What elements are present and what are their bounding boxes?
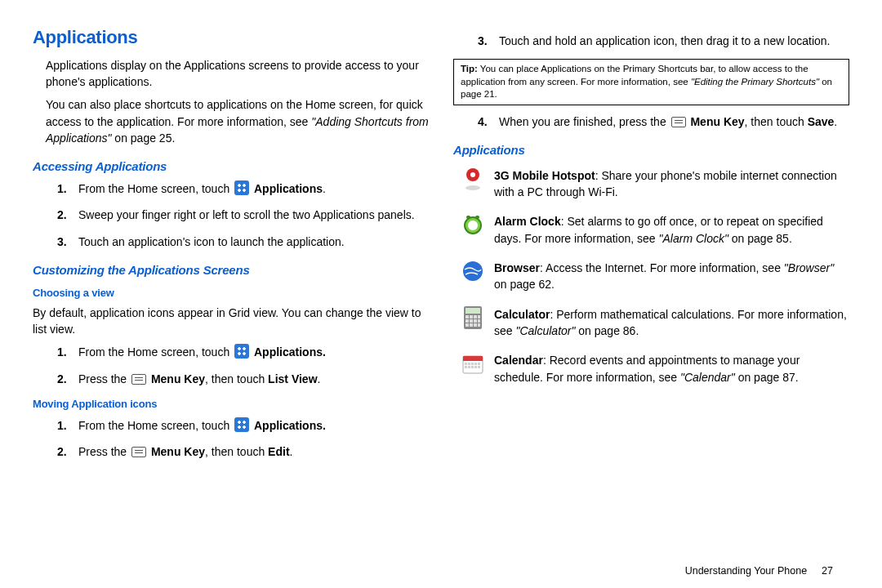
- footer-section: Understanding Your Phone: [685, 565, 807, 577]
- svg-rect-21: [478, 323, 480, 327]
- svg-rect-24: [465, 363, 467, 365]
- svg-rect-28: [478, 363, 480, 365]
- alarm-text: Alarm Clock: Set alarms to go off once, …: [494, 213, 849, 247]
- svg-rect-17: [478, 319, 480, 323]
- step-2: 2. Press the Menu Key, then touch List V…: [60, 371, 429, 387]
- accessing-steps: 1. From the Home screen, touch Applicati…: [60, 180, 429, 250]
- edit-label: Edit: [268, 445, 289, 458]
- svg-rect-13: [478, 315, 480, 318]
- left-column: Applications Applications display on the…: [33, 24, 429, 470]
- page-footer: Understanding Your Phone27: [685, 565, 833, 577]
- svg-point-4: [468, 220, 478, 230]
- reference-link: "Editing the Primary Shortcuts": [691, 77, 819, 87]
- svg-rect-9: [466, 308, 480, 314]
- text: , then touch: [745, 115, 808, 128]
- choosing-view-steps: 1. From the Home screen, touch Applicati…: [60, 344, 429, 387]
- svg-point-2: [466, 185, 480, 190]
- applications-label: Applications: [254, 182, 323, 195]
- text: on page 62.: [494, 278, 555, 291]
- step-3: 3.Touch an application's icon to launch …: [60, 234, 429, 250]
- app-calculator: Calculator: Perform mathematical calcula…: [461, 306, 849, 340]
- menu-key-icon: [131, 447, 146, 457]
- svg-rect-5: [466, 216, 470, 219]
- svg-rect-32: [474, 366, 477, 368]
- save-label: Save: [808, 115, 835, 128]
- text: Sweep your finger right or left to scrol…: [78, 208, 415, 221]
- intro-paragraph-2: You can also place shortcuts to applicat…: [46, 96, 429, 146]
- svg-rect-20: [474, 323, 477, 327]
- applications-label: Applications.: [254, 419, 326, 432]
- calculator-icon: [461, 306, 484, 329]
- text: on page 25.: [111, 131, 175, 145]
- step-1: 1. From the Home screen, touch Applicati…: [60, 344, 429, 360]
- step-2: 2. Press the Menu Key, then touch Edit.: [60, 443, 429, 460]
- right-steps: 3.Touch and hold an application icon, th…: [481, 33, 849, 49]
- applications-subheading: Applications: [453, 141, 849, 159]
- svg-rect-15: [470, 319, 473, 323]
- svg-rect-27: [474, 363, 477, 365]
- menu-key-icon: [671, 117, 686, 127]
- svg-rect-19: [470, 323, 473, 327]
- browser-icon: [461, 260, 484, 283]
- calendar-text: Calendar: Record events and appointments…: [494, 352, 849, 385]
- app-alarm: Alarm Clock: Set alarms to go off once, …: [461, 213, 849, 247]
- svg-rect-23: [463, 356, 483, 361]
- hotspot-icon: [461, 167, 484, 190]
- choosing-view-paragraph: By default, application icons appear in …: [33, 305, 429, 338]
- app-name: 3G Mobile Hotspot: [494, 169, 595, 182]
- intro-paragraph-1: Applications display on the Applications…: [46, 57, 429, 91]
- svg-rect-10: [466, 315, 469, 318]
- applications-icon: [234, 344, 249, 359]
- applications-label: Applications.: [254, 345, 326, 359]
- svg-rect-29: [465, 366, 467, 368]
- step-4: 4. When you are finished, press the Menu…: [481, 114, 849, 130]
- text: , then touch: [205, 445, 268, 458]
- menu-key-label: Menu Key: [151, 372, 205, 385]
- step-1: 1. From the Home screen, touch Applicati…: [60, 417, 429, 434]
- app-name: Alarm Clock: [494, 215, 561, 228]
- applications-icon: [234, 180, 249, 195]
- step-1: 1. From the Home screen, touch Applicati…: [60, 180, 429, 197]
- svg-rect-25: [468, 363, 470, 365]
- app-name: Calendar: [494, 354, 543, 367]
- reference-link: "Alarm Clock": [659, 232, 728, 245]
- text: From the Home screen, touch: [78, 182, 233, 195]
- tip-label: Tip:: [461, 64, 478, 74]
- svg-rect-12: [474, 315, 477, 318]
- svg-rect-33: [478, 366, 480, 368]
- app-calendar: Calendar: Record events and appointments…: [461, 352, 849, 385]
- applications-icon: [234, 417, 249, 432]
- text: on page 87.: [735, 371, 799, 384]
- app-name: Calculator: [494, 308, 550, 321]
- right-column: 3.Touch and hold an application icon, th…: [453, 24, 849, 470]
- text: .: [318, 372, 321, 385]
- step-3: 3.Touch and hold an application icon, th…: [481, 33, 849, 49]
- text: From the Home screen, touch: [78, 419, 233, 432]
- text: When you are finished, press the: [499, 115, 670, 128]
- app-hotspot: 3G Mobile Hotspot: Share your phone's mo…: [461, 167, 849, 201]
- moving-icons-heading: Moving Application icons: [33, 397, 429, 412]
- applications-list: 3G Mobile Hotspot: Share your phone's mo…: [461, 167, 849, 385]
- text: From the Home screen, touch: [78, 345, 233, 359]
- page-body: Applications Applications display on the…: [0, 0, 882, 478]
- text: Touch an application's icon to launch th…: [78, 235, 345, 248]
- svg-rect-11: [470, 315, 473, 318]
- reference-link: "Calculator": [515, 324, 575, 337]
- section-title: Applications: [33, 24, 429, 51]
- text: : Access the Internet. For more informat…: [540, 261, 784, 274]
- text: on page 85.: [728, 232, 792, 245]
- hotspot-text: 3G Mobile Hotspot: Share your phone's mo…: [494, 167, 849, 201]
- reference-link: "Calendar": [680, 371, 735, 384]
- svg-point-1: [470, 172, 475, 177]
- app-name: Browser: [494, 261, 540, 274]
- text: on page 86.: [575, 324, 639, 337]
- choosing-view-heading: Choosing a view: [33, 286, 429, 301]
- text: Touch and hold an application icon, then…: [499, 34, 831, 47]
- calendar-icon: [461, 352, 484, 375]
- menu-key-label: Menu Key: [690, 115, 744, 128]
- text: .: [323, 182, 326, 195]
- step-2: 2.Sweep your finger right or left to scr…: [60, 207, 429, 223]
- svg-rect-26: [471, 363, 474, 365]
- svg-rect-31: [471, 366, 474, 368]
- reference-link: "Browser": [784, 261, 834, 274]
